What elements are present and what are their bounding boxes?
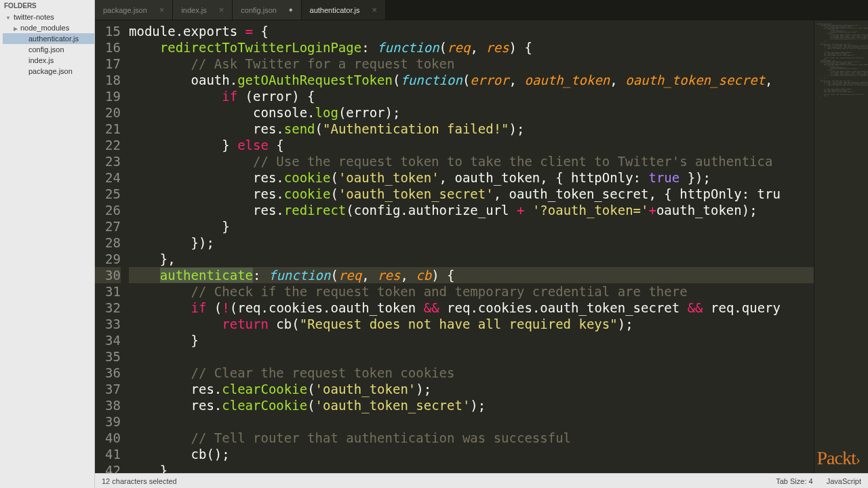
minimap-content: module.exports = { redirectToTwitterLogi…: [814, 20, 868, 100]
tab-label: index.js: [181, 6, 206, 14]
folder-node-modules[interactable]: node_modules: [3, 22, 94, 33]
status-tab-size[interactable]: Tab Size: 4: [776, 477, 812, 485]
tab-label: package.json: [103, 6, 147, 14]
close-icon[interactable]: ×: [159, 5, 165, 15]
tab-bar: package.json × index.js × config.json • …: [95, 0, 868, 20]
folder-sidebar: FOLDERS twitter-notes node_modules authe…: [0, 0, 95, 488]
sidebar-header: FOLDERS: [0, 0, 94, 12]
packt-logo: Packt›: [816, 447, 860, 469]
tab-label: config.json: [241, 6, 277, 14]
close-icon[interactable]: ×: [372, 5, 378, 15]
minimap[interactable]: module.exports = { redirectToTwitterLogi…: [814, 20, 868, 473]
file-authenticator[interactable]: authenticator.js: [3, 33, 94, 44]
tab-authenticator-js[interactable]: authenticator.js ×: [302, 0, 387, 20]
tab-config-json[interactable]: config.json •: [233, 0, 301, 20]
tab-package-json[interactable]: package.json ×: [95, 0, 173, 20]
tab-index-js[interactable]: index.js ×: [173, 0, 233, 20]
file-index[interactable]: index.js: [3, 55, 94, 66]
status-selection: 12 characters selected: [102, 477, 177, 485]
tab-label: authenticator.js: [310, 6, 360, 14]
line-gutter: 1516171819202122232425262728293031323334…: [95, 20, 129, 473]
folder-root[interactable]: twitter-notes: [3, 12, 94, 22]
status-bar: 12 characters selected Tab Size: 4 JavaS…: [95, 473, 868, 488]
file-config[interactable]: config.json: [3, 44, 94, 55]
status-language[interactable]: JavaScript: [827, 477, 861, 485]
code-area[interactable]: module.exports = { redirectToTwitterLogi…: [129, 20, 814, 473]
file-package[interactable]: package.json: [3, 66, 94, 77]
editor[interactable]: 1516171819202122232425262728293031323334…: [95, 20, 868, 473]
close-icon[interactable]: ×: [219, 5, 224, 15]
